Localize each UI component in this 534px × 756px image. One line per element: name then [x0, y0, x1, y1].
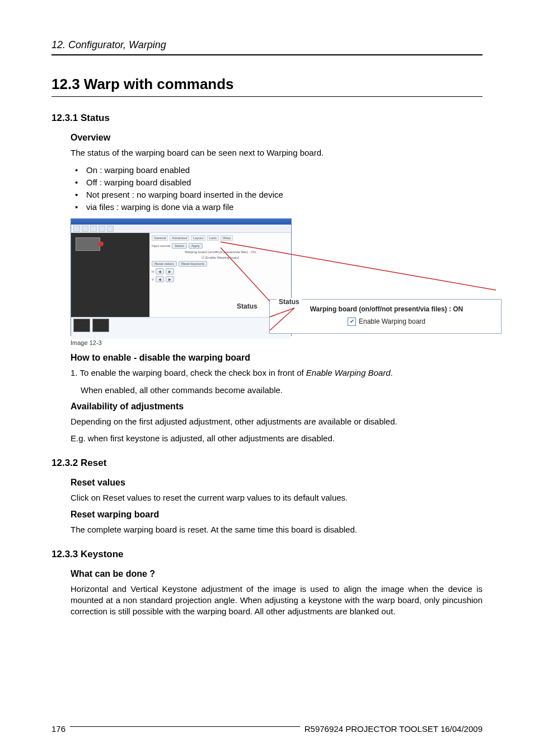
page-footer: 176 R5976924 PROJECTOR TOOLSET 16/04/200… — [51, 720, 483, 734]
projector-icon — [76, 237, 100, 251]
overview-text: The status of the warping board can be s… — [71, 147, 483, 158]
figure-tab: General — [152, 235, 168, 241]
figure-preview-pane — [71, 233, 149, 317]
howto-step-text-post: . — [390, 368, 392, 377]
subsection-12-3-3: 12.3.3 Keystone — [51, 549, 483, 560]
enable-warping-label: Enable Warping board — [359, 318, 425, 325]
figure-caption: Image 12-3 — [71, 339, 483, 346]
footer-doc-id: R5976924 PROJECTOR TOOLSET 16/04/2009 — [305, 724, 483, 734]
howto-step-result: When enabled, all other commands become … — [81, 385, 483, 396]
figure-tab: Lens — [207, 235, 219, 241]
figure-toolbar-button — [99, 226, 105, 232]
overview-heading: Overview — [71, 133, 483, 143]
howto-heading: How to enable - disable the warping boar… — [71, 353, 483, 363]
what-can-be-done-heading: What can be done ? — [71, 569, 483, 579]
figure-toolbar — [71, 225, 291, 233]
enable-warping-checkbox[interactable]: ✔ — [348, 318, 356, 326]
list-item: Off : warping board disabled — [71, 176, 483, 189]
figure-detail-panel: Status Warping board (on/off/not present… — [269, 299, 502, 334]
figure-toolbar-button — [73, 226, 80, 232]
figure-thumbnail — [92, 319, 109, 332]
figure-bottom-bar — [71, 317, 291, 339]
availability-text-1: Depending on the first adjusted adjustme… — [71, 416, 483, 427]
list-item: On : warping board enabled — [71, 164, 483, 176]
reset-warping-board-heading: Reset warping board — [71, 510, 483, 520]
status-bullet-list: On : warping board enabled Off : warping… — [71, 164, 483, 213]
availability-heading: Availability of adjustments — [71, 402, 483, 412]
availability-text-2: E.g. when first keystone is adjusted, al… — [71, 433, 483, 444]
subsection-12-3-2: 12.3.2 Reset — [51, 458, 483, 469]
figure-toolbar-button — [90, 226, 97, 232]
figure-tab: Warp — [221, 235, 233, 241]
figure-tab: Advanced — [170, 235, 189, 241]
howto-step-emphasis: Enable Warping Board — [306, 368, 391, 377]
reset-values-text: Click on Reset values to reset the curre… — [71, 492, 483, 503]
figure-titlebar — [71, 219, 291, 225]
subsection-12-3-1: 12.3.1 Status — [51, 113, 483, 124]
status-callout-label: Status — [236, 302, 259, 310]
list-item: via files : warping is done via a warp f… — [71, 201, 483, 213]
figure-app-window: General Advanced Layout Lens Warp Input … — [71, 218, 292, 336]
keystone-description: Horizontal and Vertical Keystone adjustm… — [71, 584, 483, 618]
howto-step-text-pre: 1. To enable the warping board, check th… — [71, 368, 306, 377]
running-header: 12. Configurator, Warping — [51, 39, 483, 51]
section-heading-12-3: 12.3 Warp with commands — [51, 76, 483, 93]
reset-warping-board-text: The complete warping board is reset. At … — [71, 524, 483, 535]
warping-board-status-text: Warping board (on/off/not present/via fi… — [277, 303, 496, 315]
reset-values-heading: Reset values — [71, 478, 483, 488]
page-number: 176 — [51, 724, 65, 734]
figure-toolbar-button — [82, 226, 88, 232]
footer-rule — [70, 726, 300, 727]
list-item: Not present : no warping board inserted … — [71, 189, 483, 201]
figure-detail-title: Status — [277, 298, 302, 306]
heading-underline — [51, 96, 483, 97]
figure-tab: Layout — [191, 235, 205, 241]
figure-12-3: General Advanced Layout Lens Warp Input … — [71, 218, 502, 336]
figure-toolbar-button — [107, 226, 114, 232]
howto-step-1: 1. To enable the warping board, check th… — [71, 367, 483, 379]
header-rule — [51, 54, 483, 55]
figure-thumbnail — [73, 319, 90, 332]
